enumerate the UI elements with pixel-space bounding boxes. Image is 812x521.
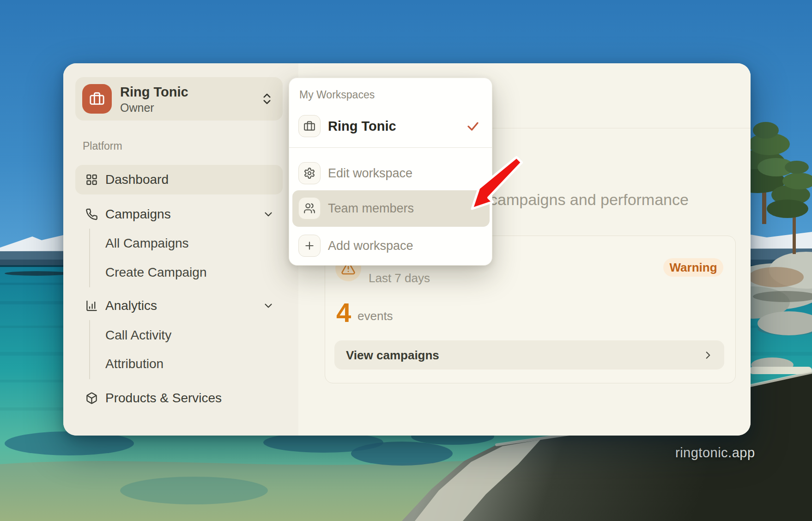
menu-item-add-workspace[interactable]: Add workspace — [289, 232, 492, 260]
briefcase-icon — [298, 115, 321, 137]
wallpaper-watermark: ringtonic.app — [675, 445, 755, 460]
gear-icon — [298, 162, 321, 184]
sidebar-item-call-activity[interactable]: Call Activity — [75, 321, 283, 350]
sidebar-item-analytics[interactable]: Analytics — [75, 291, 283, 320]
workspace-menu: My Workspaces Ring Tonic Edit workspace — [289, 78, 492, 266]
page-subtitle: campaigns and performance — [490, 191, 689, 209]
plus-icon — [298, 235, 321, 257]
sidebar-item-label: Attribution — [105, 357, 164, 371]
sidebar-item-all-campaigns[interactable]: All Campaigns — [75, 229, 283, 258]
sidebar-item-products-services[interactable]: Products & Services — [75, 384, 283, 412]
menu-item-team-members[interactable]: Team members — [292, 190, 490, 227]
sidebar-item-dashboard[interactable]: Dashboard — [75, 165, 283, 194]
sidebar-item-label: Campaigns — [105, 207, 171, 222]
sidebar-item-label: Call Activity — [105, 328, 171, 343]
workspace-menu-header: My Workspaces — [299, 89, 375, 101]
package-icon — [85, 392, 98, 405]
sidebar-item-attribution[interactable]: Attribution — [75, 350, 283, 378]
workspace-logo-briefcase-icon — [82, 84, 112, 114]
sidebar-item-label: Products & Services — [105, 391, 222, 406]
users-icon — [298, 197, 321, 219]
view-campaigns-button[interactable]: View campaigns — [334, 340, 724, 370]
grid-icon — [85, 174, 98, 186]
chevrons-up-down-icon — [260, 92, 274, 106]
menu-item-edit-workspace[interactable]: Edit workspace — [289, 159, 492, 188]
workspace-name: Ring Tonic — [120, 85, 188, 100]
menu-divider — [289, 147, 492, 148]
sidebar: Ring Tonic Owner Platform Dashboard — [63, 63, 299, 436]
chevron-right-icon — [702, 349, 714, 361]
button-label: View campaigns — [346, 348, 439, 362]
workspace-role: Owner — [120, 101, 154, 115]
menu-item-label: Edit workspace — [328, 166, 412, 181]
menu-item-label: Add workspace — [328, 239, 413, 253]
bar-chart-icon — [85, 300, 98, 312]
sidebar-item-campaigns[interactable]: Campaigns — [75, 200, 283, 229]
workspace-menu-workspace-name: Ring Tonic — [328, 119, 396, 134]
menu-item-label: Team members — [328, 201, 414, 216]
sidebar-section-label: Platform — [83, 140, 122, 152]
screen: ringtonic.app Ring Tonic Owner Platfor — [0, 0, 812, 521]
phone-icon — [85, 208, 98, 221]
check-icon — [466, 119, 480, 133]
events-unit-label: events — [358, 309, 393, 323]
sidebar-item-create-campaign[interactable]: Create Campaign — [75, 258, 283, 287]
sidebar-item-label: Create Campaign — [105, 265, 206, 280]
events-count: 4 — [336, 297, 351, 328]
chevron-down-icon — [262, 300, 274, 312]
workspace-switcher[interactable]: Ring Tonic Owner — [75, 77, 283, 121]
sidebar-item-label: All Campaigns — [105, 236, 189, 251]
chevron-down-icon — [262, 208, 274, 220]
card-period-label: Last 7 days — [369, 271, 430, 285]
status-badge: Warning — [663, 258, 723, 277]
sidebar-item-label: Dashboard — [105, 172, 169, 187]
sidebar-item-label: Analytics — [105, 298, 157, 313]
